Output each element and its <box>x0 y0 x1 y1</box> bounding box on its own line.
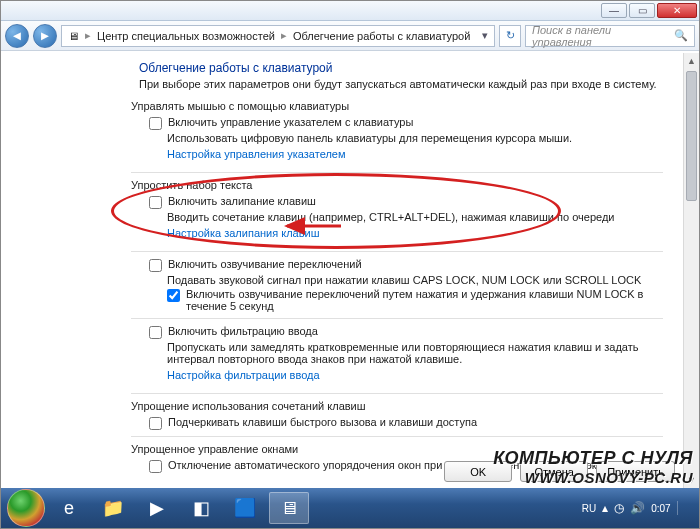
taskbar-active-window[interactable]: 🖥 <box>269 492 309 524</box>
taskbar: e 📁 ▶ ◧ 🟦 🖥 RU ▴ ◷ 🔊 0:07 <box>1 488 699 528</box>
taskbar-ie-icon[interactable]: e <box>49 492 89 524</box>
minimize-button[interactable]: — <box>601 3 627 18</box>
search-placeholder: Поиск в панели управления <box>532 24 670 48</box>
breadcrumb-item[interactable]: Облегчение работы с клавиатурой <box>293 30 470 42</box>
section-typing-head: Упростить набор текста <box>131 179 663 191</box>
disable-snap-checkbox[interactable] <box>149 460 162 473</box>
clock[interactable]: 0:07 <box>651 503 670 514</box>
section-shortcuts-head: Упрощение использования сочетаний клавиш <box>131 400 663 412</box>
filter-keys-note: Пропускать или замедлять кратковременные… <box>167 341 663 365</box>
toggle-keys-label: Включить озвучивание переключений <box>168 258 362 270</box>
page-title: Облегчение работы с клавиатурой <box>139 61 663 75</box>
tray-volume-icon[interactable]: 🔊 <box>630 501 645 515</box>
show-desktop-button[interactable] <box>677 501 687 515</box>
forward-button[interactable]: ► <box>33 24 57 48</box>
toggle-keys-numlock-label: Включить озвучивание переключений путем … <box>186 288 663 312</box>
taskbar-explorer-icon[interactable]: 📁 <box>93 492 133 524</box>
filter-keys-checkbox[interactable] <box>149 326 162 339</box>
divider <box>131 172 663 173</box>
divider <box>131 251 663 252</box>
filter-keys-label: Включить фильтрацию ввода <box>168 325 318 337</box>
sticky-keys-label: Включить залипание клавиш <box>168 195 316 207</box>
close-button[interactable]: ✕ <box>657 3 697 18</box>
control-panel-icon: 🖥 <box>68 30 79 42</box>
window: — ▭ ✕ ◄ ► 🖥 ▸ Центр специальных возможно… <box>0 0 700 529</box>
taskbar-app-icon[interactable]: 🟦 <box>225 492 265 524</box>
maximize-button[interactable]: ▭ <box>629 3 655 18</box>
sticky-keys-link[interactable]: Настройка залипания клавиш <box>167 227 320 239</box>
back-button[interactable]: ◄ <box>5 24 29 48</box>
scroll-up-icon[interactable]: ▲ <box>684 53 699 69</box>
tray-network-icon[interactable]: ◷ <box>614 501 624 515</box>
content-pane: Облегчение работы с клавиатурой При выбо… <box>1 53 683 488</box>
search-icon: 🔍 <box>674 29 688 42</box>
sticky-keys-checkbox[interactable] <box>149 196 162 209</box>
titlebar: — ▭ ✕ <box>1 1 699 21</box>
divider <box>131 318 663 319</box>
tray-flag-icon[interactable]: ▴ <box>602 501 608 515</box>
navbar: ◄ ► 🖥 ▸ Центр специальных возможностей ▸… <box>1 21 699 51</box>
start-button[interactable] <box>7 489 45 527</box>
underline-shortcuts-checkbox[interactable] <box>149 417 162 430</box>
search-input[interactable]: Поиск в панели управления 🔍 <box>525 25 695 47</box>
pointer-keys-label: Включить управление указателем с клавиат… <box>168 116 413 128</box>
pointer-keys-note: Использовать цифровую панель клавиатуры … <box>167 132 663 144</box>
watermark: КОМПЬЮТЕР С НУЛЯ WWW.OSNOVY-PC.RU <box>493 448 693 486</box>
taskbar-media-icon[interactable]: ▶ <box>137 492 177 524</box>
pointer-settings-link[interactable]: Настройка управления указателем <box>167 148 346 160</box>
divider <box>131 436 663 437</box>
breadcrumb[interactable]: 🖥 ▸ Центр специальных возможностей ▸ Обл… <box>61 25 495 47</box>
vertical-scrollbar[interactable]: ▲ ▼ <box>683 53 699 488</box>
system-tray: RU ▴ ◷ 🔊 0:07 <box>582 501 693 515</box>
sticky-keys-note: Вводить сочетание клавиш (например, CTRL… <box>167 211 663 223</box>
pointer-keys-checkbox[interactable] <box>149 117 162 130</box>
toggle-keys-note: Подавать звуковой сигнал при нажатии кла… <box>167 274 663 286</box>
scrollbar-thumb[interactable] <box>686 71 697 201</box>
filter-keys-link[interactable]: Настройка фильтрации ввода <box>167 369 320 381</box>
toggle-keys-numlock-checkbox[interactable] <box>167 289 180 302</box>
page-description: При выборе этих параметров они будут зап… <box>139 78 663 90</box>
breadcrumb-item[interactable]: Центр специальных возможностей <box>97 30 275 42</box>
refresh-button[interactable]: ↻ <box>499 25 521 47</box>
breadcrumb-dropdown[interactable]: ▾ <box>482 29 488 42</box>
divider <box>131 393 663 394</box>
language-indicator[interactable]: RU <box>582 503 596 514</box>
taskbar-app-icon[interactable]: ◧ <box>181 492 221 524</box>
underline-shortcuts-label: Подчеркивать клавиши быстрого вызова и к… <box>168 416 477 428</box>
toggle-keys-checkbox[interactable] <box>149 259 162 272</box>
section-mouse-head: Управлять мышью с помощью клавиатуры <box>131 100 663 112</box>
